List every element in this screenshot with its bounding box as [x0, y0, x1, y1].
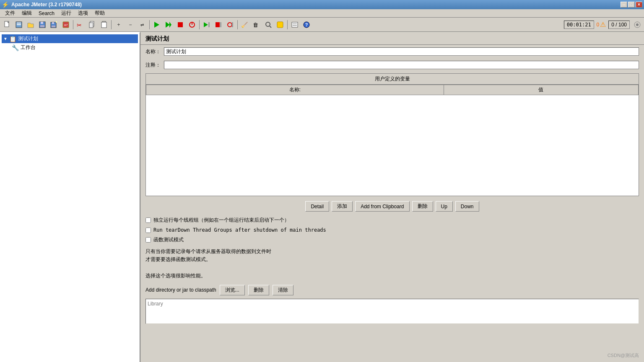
- warning-count: 0: [597, 22, 600, 28]
- help-button[interactable]: ?: [301, 19, 312, 30]
- collapse-button[interactable]: −: [125, 19, 136, 30]
- add-clipboard-button[interactable]: Add from Clipboard: [355, 201, 409, 212]
- svg-text:✂: ✂: [77, 22, 82, 28]
- tree-item-test-plan[interactable]: ▼ 📋 测试计划: [2, 34, 138, 43]
- desc-line-3: 选择这个选项很影响性能。: [145, 272, 639, 280]
- toolbar: ↩ ✂ + − ⇄ 🧹 🗑: [0, 18, 644, 32]
- cut-button[interactable]: ✂: [75, 19, 86, 30]
- comment-row: 注释：: [140, 58, 644, 72]
- svg-text:+: +: [117, 22, 120, 28]
- templates-button[interactable]: [13, 19, 24, 30]
- checkbox-independent[interactable]: [145, 217, 151, 223]
- test-plan-icon: 📋: [9, 36, 16, 42]
- button-row: Detail 添加 Add from Clipboard 删除 Up Down: [140, 198, 644, 215]
- checkbox-teardown[interactable]: [145, 228, 151, 233]
- svg-rect-24: [178, 22, 183, 27]
- menu-run[interactable]: 运行: [58, 9, 75, 18]
- shutdown-button[interactable]: [187, 19, 197, 30]
- function-button[interactable]: [275, 19, 286, 30]
- checkbox-functional[interactable]: [145, 237, 151, 243]
- remote-shutdown-button[interactable]: [225, 19, 236, 30]
- main-layout: ▼ 📋 测试计划 🔧 工作台 测试计划 名称： 注释： 用户定义的变量: [0, 32, 644, 362]
- remote-stop-button[interactable]: [213, 19, 224, 30]
- sep1: [73, 20, 73, 29]
- close-button[interactable]: ✕: [636, 2, 642, 8]
- clear-button[interactable]: 🧹: [239, 19, 250, 30]
- detail-button[interactable]: Detail: [305, 201, 329, 212]
- comment-label: 注释：: [145, 62, 161, 69]
- browse-button[interactable]: 浏览...: [220, 285, 245, 295]
- tree-arrow-expand: ▼: [3, 36, 8, 41]
- sep4: [199, 20, 200, 29]
- svg-rect-10: [56, 21, 57, 23]
- svg-line-36: [270, 26, 271, 28]
- clear-classpath-button[interactable]: 清除: [273, 285, 293, 295]
- checkbox-teardown-label: Run tearDown Thread Groups after shutdow…: [153, 227, 326, 233]
- svg-rect-17: [101, 22, 106, 28]
- name-row: 名称：: [140, 45, 644, 58]
- warning-badge: 0 ⚠: [597, 21, 606, 28]
- minimize-button[interactable]: ─: [621, 2, 627, 8]
- sep3: [149, 20, 150, 29]
- tree-item-label-test-plan: 测试计划: [18, 35, 38, 42]
- stop-button[interactable]: [175, 19, 186, 30]
- save-button[interactable]: [37, 19, 48, 30]
- watermark: CSDN@测试高: [608, 352, 639, 359]
- library-textarea[interactable]: [145, 299, 639, 324]
- svg-rect-29: [216, 22, 220, 27]
- svg-rect-2: [17, 23, 21, 23]
- clear-all-button[interactable]: 🗑: [251, 19, 262, 30]
- add-button[interactable]: 添加: [332, 201, 353, 212]
- menu-options[interactable]: 选项: [75, 9, 91, 18]
- desc-line-2: 才需要要选择函数测试模式。: [145, 256, 639, 264]
- remote-start-button[interactable]: [201, 19, 212, 30]
- description: 只有当你需要记录每个请求从服务器取得的数据到文件时 才需要要选择函数测试模式。 …: [140, 245, 644, 282]
- menu-bar: 文件 编辑 Search 运行 选项 帮助: [0, 9, 644, 18]
- progress-display: 0 / 100: [608, 21, 630, 29]
- tree-item-workbench[interactable]: 🔧 工作台: [2, 43, 138, 52]
- start-no-pause-button[interactable]: [163, 19, 174, 30]
- check-row-3: 函数测试模式: [140, 235, 644, 245]
- var-empty-area: [146, 95, 639, 196]
- svg-rect-30: [220, 22, 221, 27]
- title-bar: ⚡ Apache JMeter (3.2 r1790748) ─ □ ✕: [0, 0, 644, 9]
- settings-button[interactable]: [632, 20, 642, 30]
- svg-rect-38: [292, 22, 298, 27]
- var-section-title: 用户定义的变量: [146, 74, 639, 85]
- revert-button[interactable]: ↩: [60, 19, 71, 30]
- menu-file[interactable]: 文件: [2, 9, 18, 18]
- paste-button[interactable]: [99, 19, 109, 30]
- content-panel: 测试计划 名称： 注释： 用户定义的变量 名称: 值: [140, 32, 644, 362]
- open-button[interactable]: [25, 19, 36, 30]
- svg-marker-22: [166, 22, 170, 28]
- copy-button[interactable]: [87, 19, 98, 30]
- maximize-button[interactable]: □: [628, 2, 635, 8]
- menu-edit[interactable]: 编辑: [18, 9, 35, 18]
- svg-rect-28: [208, 22, 210, 27]
- var-section: 用户定义的变量 名称: 值: [145, 73, 639, 196]
- search-button[interactable]: [263, 19, 274, 30]
- var-table: 名称: 值: [146, 85, 639, 95]
- start-button[interactable]: [151, 19, 162, 30]
- toggle-button[interactable]: ⇄: [137, 19, 148, 30]
- col-name: 名称:: [146, 85, 444, 95]
- save-all-button[interactable]: [49, 19, 60, 30]
- svg-point-35: [266, 22, 270, 26]
- delete-button[interactable]: 删除: [412, 201, 433, 212]
- svg-text:↩: ↩: [64, 23, 68, 27]
- menu-search[interactable]: Search: [35, 10, 58, 17]
- up-button[interactable]: Up: [436, 201, 453, 212]
- classpath-delete-button[interactable]: 删除: [248, 285, 269, 295]
- svg-marker-21: [154, 22, 159, 28]
- menu-help[interactable]: 帮助: [91, 9, 108, 18]
- svg-rect-5: [41, 22, 43, 24]
- expand-button[interactable]: +: [113, 19, 124, 30]
- comment-input[interactable]: [164, 61, 639, 69]
- name-input[interactable]: [164, 47, 639, 56]
- svg-text:−: −: [129, 22, 132, 28]
- check-row-1: 独立运行每个线程组（例如在一个组运行结束后启动下一个）: [140, 215, 644, 225]
- new-button[interactable]: [2, 19, 13, 30]
- down-button[interactable]: Down: [455, 201, 479, 212]
- svg-rect-8: [52, 22, 54, 24]
- list-button[interactable]: [289, 19, 300, 30]
